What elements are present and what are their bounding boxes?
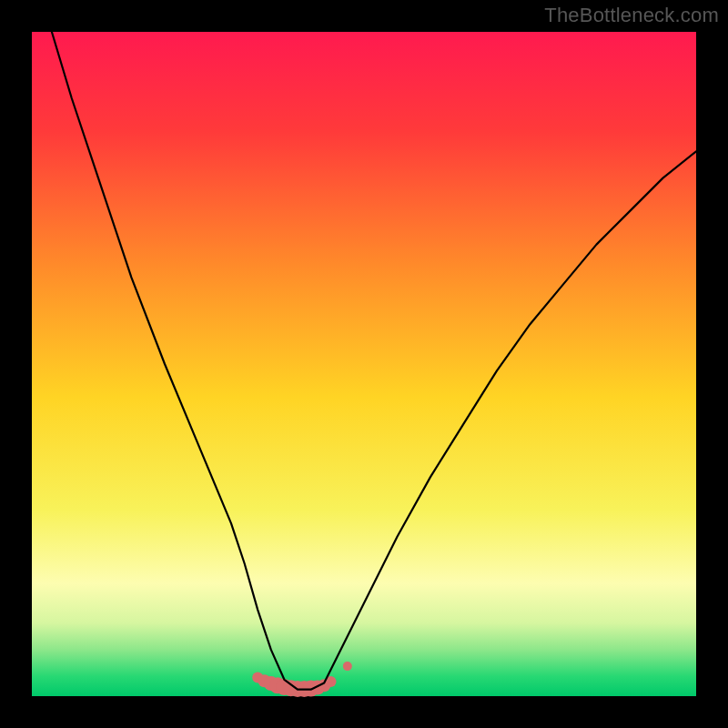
marker-dot [343,662,352,671]
watermark-text: TheBottleneck.com [544,4,719,27]
bottleneck-plot [0,0,728,728]
chart-stage: TheBottleneck.com [0,0,728,728]
plot-background [32,32,696,696]
